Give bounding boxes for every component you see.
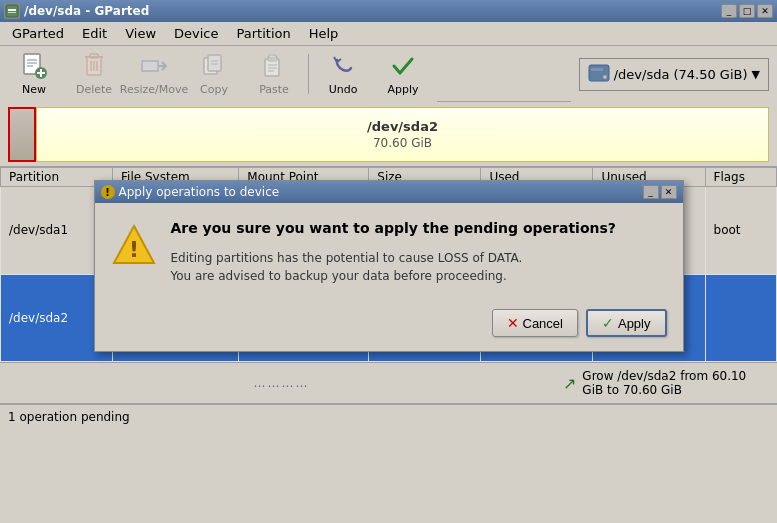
dialog: ! Apply operations to device _ ✕ ! Are y… (94, 180, 684, 352)
svg-text:!: ! (128, 237, 138, 262)
apply-dialog-label: Apply (618, 316, 651, 331)
dialog-title-text: Apply operations to device (119, 185, 280, 199)
dialog-main-text: Are you sure you want to apply the pendi… (171, 219, 667, 237)
cancel-icon: ✕ (507, 315, 519, 331)
dialog-title-controls[interactable]: _ ✕ (643, 185, 677, 199)
dialog-minimize-button[interactable]: _ (643, 185, 659, 199)
apply-dialog-icon: ✓ (602, 315, 614, 331)
cancel-label: Cancel (523, 316, 563, 331)
dialog-title-left: ! Apply operations to device (101, 185, 280, 199)
dialog-sub-line2: You are advised to backup your data befo… (171, 269, 507, 283)
dialog-buttons: ✕ Cancel ✓ Apply (95, 301, 683, 351)
dialog-title-icon: ! (101, 185, 115, 199)
cancel-button[interactable]: ✕ Cancel (492, 309, 578, 337)
dialog-sub-text: Editing partitions has the potential to … (171, 249, 667, 285)
dialog-sub-line1: Editing partitions has the potential to … (171, 251, 523, 265)
apply-dialog-button[interactable]: ✓ Apply (586, 309, 667, 337)
dialog-text-area: Are you sure you want to apply the pendi… (171, 219, 667, 285)
dialog-overlay: ! Apply operations to device _ ✕ ! Are y… (0, 0, 777, 523)
dialog-title-bar: ! Apply operations to device _ ✕ (95, 181, 683, 203)
dialog-content: ! Are you sure you want to apply the pen… (95, 203, 683, 301)
warning-icon: ! (111, 223, 157, 269)
dialog-close-button[interactable]: ✕ (661, 185, 677, 199)
